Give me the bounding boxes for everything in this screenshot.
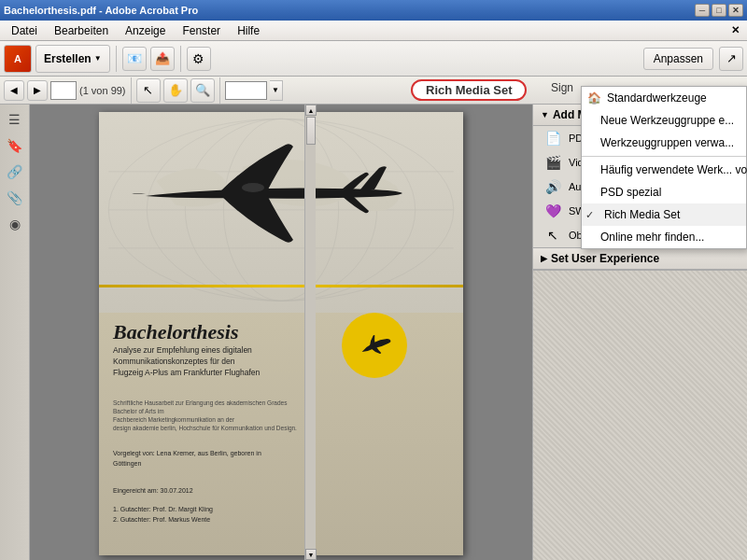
logo-button[interactable]: A xyxy=(4,45,32,73)
pdf-vorgelegt: Vorgelegt von: Lena Kremer, aus Berlin, … xyxy=(113,448,261,469)
back-button[interactable]: ◀ xyxy=(4,80,24,101)
erstellen-dropdown-arrow: ▼ xyxy=(94,54,102,63)
sign-label[interactable]: Sign xyxy=(551,81,573,94)
dropdown-online-mehr[interactable]: Online mehr finden... xyxy=(582,226,746,248)
werkzeuggruppen-label: Werkzeuggruppen verwa... xyxy=(600,136,734,149)
home-icon: 🏠 xyxy=(587,91,601,105)
app-title: Bachelorthesis.pdf - Adobe Acrobat Pro xyxy=(4,5,198,16)
dropdown-haeufig[interactable]: Häufig verwendete Werk... vollständig xyxy=(582,159,746,181)
user-experience-header[interactable]: ▶ Set User Experience xyxy=(533,248,747,270)
rich-media-set-button[interactable]: Rich Media Set xyxy=(411,79,527,101)
pdf-bottom: Bachelorthesis Analyse zur Empfehlung ei… xyxy=(99,313,463,555)
erstellen-label: Erstellen xyxy=(44,52,92,65)
sidebar-layers-icon[interactable]: ◉ xyxy=(4,213,26,235)
separator-2 xyxy=(180,46,181,72)
pdf-submitted-info: Vorgelegt von: Lena Kremer, aus Berlin, … xyxy=(113,448,261,469)
zoom-input[interactable]: 41,1% xyxy=(225,81,267,100)
zoom-dropdown-btn[interactable]: ▼ xyxy=(270,80,283,101)
settings-icon-btn[interactable]: ⚙ xyxy=(187,47,211,71)
dropdown-neue-werkzeuggruppe[interactable]: Neue Werkzeuggruppe e... xyxy=(582,109,746,132)
swf-icon: 💜 xyxy=(544,203,561,218)
dropdown-psd-spezial[interactable]: PSD spezial xyxy=(582,181,746,203)
pdf-small-text: Schriftliche Hausarbeit zur Erlangung de… xyxy=(113,399,309,432)
back-icon: ◀ xyxy=(10,85,18,95)
forward-button[interactable]: ▶ xyxy=(27,80,48,101)
pdf-area: Bachelorthesis Analyse zur Empfehlung ei… xyxy=(30,105,532,560)
page-info-label: (1 von 99) xyxy=(79,85,126,96)
hand-icon: ✋ xyxy=(168,83,183,97)
pdf-title-area: Bachelorthesis xyxy=(113,320,238,344)
separator-1 xyxy=(116,46,117,72)
title-bar-buttons: ─ □ ✕ xyxy=(695,4,743,17)
pdf-scrollbar: ▲ ▼ xyxy=(304,105,316,560)
pdf-divider xyxy=(99,285,463,287)
share-icon-btn[interactable]: 📤 xyxy=(150,47,175,71)
menu-bearbeiten[interactable]: Bearbeiten xyxy=(47,22,116,39)
maximize-button[interactable]: □ xyxy=(712,4,726,17)
cursor-tool-btn[interactable]: ↖ xyxy=(136,78,161,103)
scroll-up-button[interactable]: ▲ xyxy=(305,105,317,116)
menu-close-icon[interactable]: ✕ xyxy=(727,24,743,36)
forward-icon: ▶ xyxy=(34,85,41,95)
app-container: Bachelorthesis.pdf - Adobe Acrobat Pro ─… xyxy=(0,0,747,560)
menu-fenster[interactable]: Fenster xyxy=(175,22,228,39)
share-icon: 📤 xyxy=(155,51,170,65)
title-bar: Bachelorthesis.pdf - Adobe Acrobat Pro ─… xyxy=(0,0,747,21)
sidebar-attachment-icon[interactable]: 📎 xyxy=(4,187,26,209)
sidebar-link-icon[interactable]: 🔗 xyxy=(4,161,26,183)
menu-bar: Datei Bearbeiten Anzeige Fenster Hilfe ✕ xyxy=(0,21,747,41)
dropdown-rich-media-set[interactable]: ✓ Rich Media Set xyxy=(582,203,746,226)
scroll-down-button[interactable]: ▼ xyxy=(305,549,317,560)
cursor-icon: ↖ xyxy=(143,83,153,97)
settings-icon: ⚙ xyxy=(192,51,204,66)
hand-tool-btn[interactable]: ✋ xyxy=(163,78,188,103)
anpassen-button[interactable]: Anpassen xyxy=(643,48,713,70)
logo-text: A xyxy=(14,53,21,64)
user-experience-section: ▶ Set User Experience xyxy=(533,248,747,271)
standardwerkzeuge-label: Standardwerkzeuge xyxy=(607,91,707,105)
menu-datei[interactable]: Datei xyxy=(4,22,45,39)
user-exp-arrow-icon: ▶ xyxy=(541,254,547,263)
page-number-input[interactable]: 1 xyxy=(50,81,77,100)
zoom-tool-btn[interactable]: 🔍 xyxy=(190,78,215,103)
pdf-eingereicht: Eingereicht am: 30.07.2012 xyxy=(113,487,193,494)
menu-anzeige[interactable]: Anzeige xyxy=(118,22,173,39)
erstellen-button[interactable]: Erstellen ▼ xyxy=(35,45,110,73)
zoom-icon: 🔍 xyxy=(195,83,210,97)
expand-icon-btn[interactable]: ↗ xyxy=(719,47,743,71)
add-media-arrow-icon: ▼ xyxy=(541,110,549,119)
rich-media-set-label: Rich Media Set xyxy=(426,83,512,97)
svg-point-7 xyxy=(242,183,264,192)
select-icon: ↖ xyxy=(544,228,561,243)
pdf-icon: 📄 xyxy=(544,131,561,146)
send-icon: 📧 xyxy=(127,51,142,65)
pdf-title-text: Bachelorthesis xyxy=(113,320,238,344)
video-icon: 🎬 xyxy=(544,155,561,170)
haeufig-label: Häufig verwendete Werk... vollständig xyxy=(600,163,747,176)
scroll-thumb[interactable] xyxy=(306,117,316,145)
separator-3 xyxy=(131,77,132,104)
close-button[interactable]: ✕ xyxy=(728,4,743,17)
dropdown-werkzeuggruppen[interactable]: Werkzeuggruppen verwa... xyxy=(582,132,746,154)
dropdown-standardwerkzeuge[interactable]: 🏠 Standardwerkzeuge xyxy=(582,87,746,109)
online-mehr-label: Online mehr finden... xyxy=(600,231,704,244)
minimize-button[interactable]: ─ xyxy=(695,4,710,17)
sidebar-nav-icon[interactable]: ☰ xyxy=(4,108,26,131)
small-airplane-icon xyxy=(356,327,393,364)
checkmark-icon: ✓ xyxy=(585,209,599,221)
anpassen-label: Anpassen xyxy=(654,52,703,65)
psd-spezial-label: PSD spezial xyxy=(600,186,661,199)
pdf-subtitle-text: Analyse zur Empfehlung eines digitalen K… xyxy=(113,345,314,379)
neue-werkzeuggruppe-label: Neue Werkzeuggruppe e... xyxy=(600,114,734,127)
rich-media-set-dropdown-label: Rich Media Set xyxy=(604,208,680,221)
menu-hilfe[interactable]: Hilfe xyxy=(230,22,267,39)
airplane-svg xyxy=(127,126,407,257)
scroll-track xyxy=(305,116,316,549)
expand-icon: ↗ xyxy=(726,51,737,65)
user-experience-label: Set User Experience xyxy=(551,252,659,265)
panel-empty-area xyxy=(533,271,747,560)
send-icon-btn[interactable]: 📧 xyxy=(122,47,147,71)
pdf-yellow-circle xyxy=(342,313,407,378)
sidebar-bookmark-icon[interactable]: 🔖 xyxy=(4,134,26,157)
toolbar1: A Erstellen ▼ 📧 📤 ⚙ Anpassen ↗ xyxy=(0,41,747,77)
